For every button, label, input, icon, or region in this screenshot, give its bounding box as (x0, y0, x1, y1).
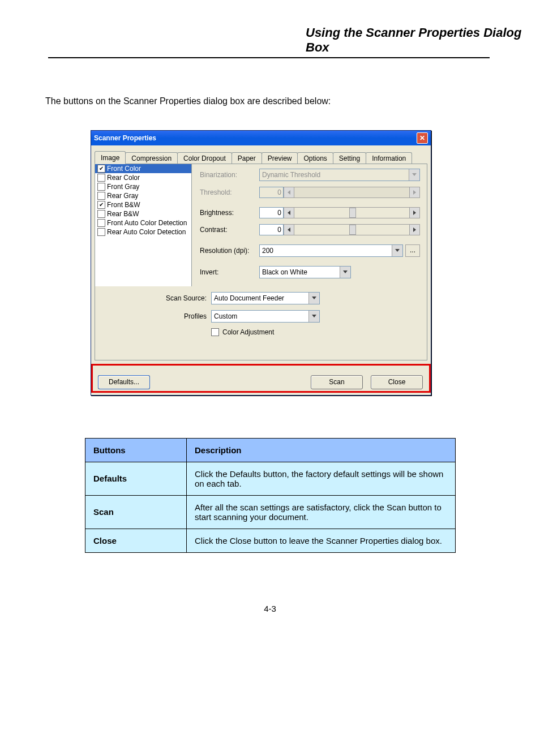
scan-source-label: Scan Source: (102, 294, 211, 302)
list-item: Rear B&W (95, 209, 191, 218)
resolution-label: Resolution (dpi): (200, 247, 259, 255)
checkbox-icon[interactable] (97, 210, 105, 218)
tab-setting[interactable]: Setting (333, 152, 366, 164)
table-row: Close Click the Close button to leave th… (85, 529, 456, 552)
checkbox-icon[interactable] (97, 219, 105, 227)
contrast-value: 0 (259, 224, 284, 235)
tab-paper[interactable]: Paper (232, 152, 262, 164)
invert-select[interactable]: Black on White (259, 266, 351, 278)
tab-preview[interactable]: Preview (262, 152, 298, 164)
binarization-label: Binarization: (200, 171, 259, 179)
color-adjustment-checkbox[interactable] (211, 328, 219, 336)
header-rule (48, 57, 490, 58)
chevron-down-icon[interactable] (340, 267, 350, 278)
arrow-right-icon[interactable] (409, 224, 420, 235)
table-row: Scan After all the scan settings are sat… (85, 495, 456, 529)
list-item: Front B&W (95, 200, 191, 209)
arrow-left-icon (284, 187, 294, 198)
checkbox-icon[interactable] (97, 201, 105, 209)
contrast-label: Contrast: (200, 226, 259, 234)
binarization-select: Dynamic Threshold (259, 169, 420, 181)
chevron-down-icon[interactable] (392, 245, 402, 256)
resolution-select[interactable]: 200 (259, 244, 403, 257)
arrow-left-icon[interactable] (284, 224, 294, 235)
threshold-value: 0 (259, 187, 284, 198)
color-adjustment-label: Color Adjustment (222, 328, 274, 336)
invert-label: Invert: (200, 268, 259, 276)
profiles-select[interactable]: Custom (211, 310, 320, 323)
arrow-right-icon (409, 187, 420, 198)
list-item: Rear Auto Color Detection (95, 227, 191, 237)
tab-color-dropout[interactable]: Color Dropout (177, 152, 232, 164)
contrast-slider[interactable] (294, 224, 409, 235)
scanner-properties-dialog: Scanner Properties ✕ Image Compression C… (91, 130, 431, 396)
highlighted-button-row: Defaults... Scan Close (92, 365, 430, 392)
chevron-down-icon (409, 169, 419, 181)
scan-source-select[interactable]: Auto Document Feeder (211, 292, 320, 304)
arrow-left-icon[interactable] (284, 207, 294, 218)
list-item: Rear Color (95, 173, 191, 182)
brightness-slider[interactable] (294, 207, 409, 218)
window-title: Scanner Properties (94, 134, 156, 142)
resolution-more-button[interactable]: ... (405, 244, 420, 257)
list-item: Front Gray (95, 182, 191, 191)
list-item: Front Color (95, 164, 191, 173)
close-button[interactable]: Close (371, 375, 423, 389)
threshold-slider (294, 187, 409, 198)
checkbox-icon[interactable] (97, 165, 105, 173)
defaults-button[interactable]: Defaults... (98, 375, 150, 389)
chevron-down-icon[interactable] (308, 311, 319, 322)
list-item: Rear Gray (95, 191, 191, 200)
page-number: 4-3 (0, 604, 540, 613)
chevron-down-icon[interactable] (308, 293, 319, 304)
titlebar: Scanner Properties ✕ (91, 131, 431, 145)
tab-compression[interactable]: Compression (125, 152, 178, 164)
chapter-heading: Using the Scanner Properties Dialog Box (306, 25, 540, 55)
slider-thumb[interactable] (349, 208, 356, 218)
tab-strip: Image Compression Color Dropout Paper Pr… (95, 151, 427, 164)
scan-button[interactable]: Scan (311, 375, 363, 389)
brightness-label: Brightness: (200, 209, 259, 217)
checkbox-icon[interactable] (97, 183, 105, 191)
tab-information[interactable]: Information (366, 152, 412, 164)
image-selection-list[interactable]: Front Color Rear Color Front Gray Rear G… (95, 164, 192, 286)
checkbox-icon[interactable] (97, 228, 105, 236)
buttons-description-table: Buttons Description Defaults Click the D… (85, 438, 456, 553)
checkbox-icon[interactable] (97, 174, 105, 182)
tab-image[interactable]: Image (95, 151, 126, 164)
list-item: Front Auto Color Detection (95, 218, 191, 227)
checkbox-icon[interactable] (97, 192, 105, 200)
threshold-label: Threshold: (200, 188, 259, 196)
tab-options[interactable]: Options (297, 152, 333, 164)
intro-text: The buttons on the Scanner Properties di… (45, 95, 475, 108)
th-description: Description (187, 438, 456, 462)
table-row: Defaults Click the Defaults button, the … (85, 462, 456, 495)
close-icon[interactable]: ✕ (417, 132, 428, 144)
th-buttons: Buttons (85, 438, 187, 462)
brightness-value: 0 (259, 207, 284, 218)
slider-thumb[interactable] (349, 225, 356, 235)
arrow-right-icon[interactable] (409, 207, 420, 218)
profiles-label: Profiles (102, 312, 211, 320)
